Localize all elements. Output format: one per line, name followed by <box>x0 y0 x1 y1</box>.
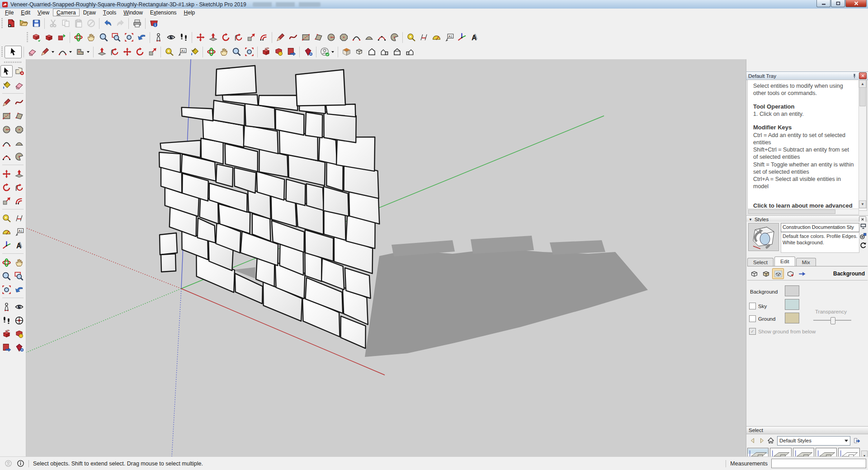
rotate-button[interactable] <box>219 31 232 43</box>
view-top-button[interactable] <box>353 46 365 58</box>
menu-tools[interactable]: Tools <box>99 9 120 16</box>
position-camera-button[interactable] <box>1 301 12 313</box>
polygon-button[interactable] <box>337 31 350 43</box>
line-button[interactable] <box>1 97 12 108</box>
paint-bucket-button[interactable] <box>188 46 201 58</box>
section-plane-button[interactable] <box>14 315 25 326</box>
warehouse-3d-button[interactable] <box>1 328 12 340</box>
style-name-field[interactable]: Construction Documentation Sty <box>781 223 859 232</box>
share-model-button[interactable] <box>30 31 42 43</box>
walk-button[interactable] <box>177 31 190 43</box>
view-iso-button[interactable] <box>340 46 353 58</box>
minimize-button[interactable] <box>816 0 830 7</box>
measurements-input[interactable] <box>771 459 866 468</box>
style-thumbnail[interactable] <box>770 448 791 457</box>
zoom-extents-button[interactable] <box>123 31 135 43</box>
line-dropdown-arrow-icon[interactable] <box>52 51 54 53</box>
zoom-extents-button[interactable] <box>243 46 255 58</box>
zoom-extents-button[interactable] <box>1 284 12 295</box>
rotate-button[interactable] <box>1 182 12 193</box>
scrollbar-thumb[interactable] <box>748 209 835 214</box>
save-button[interactable] <box>30 17 42 29</box>
menu-edit[interactable]: Edit <box>17 9 34 16</box>
offset-button[interactable] <box>14 195 25 207</box>
warehouse-ext-button[interactable] <box>272 46 285 58</box>
circle-button[interactable] <box>325 31 337 43</box>
protractor-button[interactable] <box>430 31 443 43</box>
paint-bucket-button[interactable] <box>1 80 12 91</box>
eraser-button[interactable] <box>26 46 38 58</box>
arc-dropdown-arrow-icon[interactable] <box>69 51 72 53</box>
follow-me-button[interactable] <box>232 31 245 43</box>
follow-me-button[interactable] <box>14 182 25 193</box>
instructor-horizontal-scrollbar[interactable] <box>747 209 859 215</box>
menu-view[interactable]: View <box>34 9 53 16</box>
ground-checkbox[interactable] <box>749 315 756 322</box>
scroll-up-arrow-icon[interactable]: ▲ <box>859 80 866 88</box>
zoom-button[interactable] <box>97 31 110 43</box>
pie-button[interactable] <box>14 151 25 162</box>
freehand-button[interactable] <box>14 97 25 108</box>
text-3d-button[interactable]: AA <box>14 240 25 251</box>
freehand-button[interactable] <box>287 31 299 43</box>
tray-close-button[interactable] <box>859 72 867 79</box>
sky-checkbox[interactable] <box>749 303 756 309</box>
rectangle-button[interactable] <box>1 110 12 122</box>
circle-button[interactable] <box>1 124 12 135</box>
menu-window[interactable]: Window <box>120 9 146 16</box>
styles-collection-dropdown[interactable]: Default Styles <box>777 436 850 446</box>
details-arrow-icon[interactable] <box>852 436 861 445</box>
layout-button[interactable] <box>1 342 12 353</box>
sky-color-swatch[interactable] <box>785 299 799 310</box>
follow-me-button[interactable] <box>108 46 121 58</box>
axes-button[interactable] <box>455 31 468 43</box>
active-style-thumbnail[interactable] <box>748 223 779 251</box>
dimension-button[interactable] <box>14 213 25 224</box>
scale-button[interactable] <box>245 31 257 43</box>
show-ground-checkbox[interactable]: ✓ <box>749 328 756 335</box>
shapes-dropdown-arrow-icon[interactable] <box>87 51 90 53</box>
styles-tab-mix[interactable]: Mix <box>796 258 816 266</box>
eraser-button[interactable] <box>14 80 25 91</box>
view-back-button[interactable] <box>391 46 403 58</box>
tape-measure-button[interactable] <box>163 46 175 58</box>
text-tool-button[interactable]: A1 <box>175 46 188 58</box>
push-pull-button[interactable] <box>207 31 219 43</box>
maximize-button[interactable] <box>831 0 845 7</box>
update-style-icon[interactable] <box>859 242 867 249</box>
view-front-button[interactable] <box>365 46 378 58</box>
instructor-vertical-scrollbar[interactable]: ▲ ▼ <box>859 80 867 209</box>
back-arrow-icon[interactable] <box>748 436 757 445</box>
create-style-icon[interactable] <box>859 232 867 240</box>
dimension-button[interactable] <box>417 31 430 43</box>
move-button[interactable] <box>194 31 207 43</box>
tape-measure-button[interactable] <box>405 31 417 43</box>
home-icon[interactable] <box>766 436 775 445</box>
sign-in-dropdown-arrow-icon[interactable] <box>331 51 334 53</box>
zoom-button[interactable] <box>230 46 243 58</box>
text-3d-button[interactable]: AA <box>468 31 481 43</box>
sign-in-button[interactable] <box>318 46 331 58</box>
orbit-button[interactable] <box>1 257 12 268</box>
style-thumbnail[interactable] <box>793 448 814 457</box>
cube-edge-settings-button[interactable] <box>749 269 760 279</box>
thumbnail-scroll-button[interactable]: ▼ <box>861 451 868 457</box>
toolbar-drag-handle[interactable] <box>27 32 28 43</box>
polygon-button[interactable] <box>14 124 25 135</box>
arc-button[interactable] <box>1 138 12 149</box>
select-panel-header[interactable]: Select <box>746 426 868 434</box>
rotated-rectangle-button[interactable] <box>312 31 325 43</box>
model-canvas[interactable] <box>26 59 746 457</box>
rotate-button[interactable] <box>133 46 146 58</box>
menu-draw[interactable]: Draw <box>80 9 99 16</box>
menu-help[interactable]: Help <box>180 9 199 16</box>
look-around-button[interactable] <box>14 301 25 313</box>
arc-3pt-button[interactable] <box>375 31 388 43</box>
new-file-button[interactable] <box>5 17 17 29</box>
style-thumbnail[interactable] <box>838 448 859 457</box>
style-thumbnail[interactable] <box>747 448 769 457</box>
style-description-field[interactable]: Default face colors. Profile Edges. Whit… <box>781 232 859 253</box>
arc-2pt-button[interactable] <box>14 138 25 149</box>
arc-3pt-button[interactable] <box>1 151 12 162</box>
styles-tab-edit[interactable]: Edit <box>774 256 795 266</box>
